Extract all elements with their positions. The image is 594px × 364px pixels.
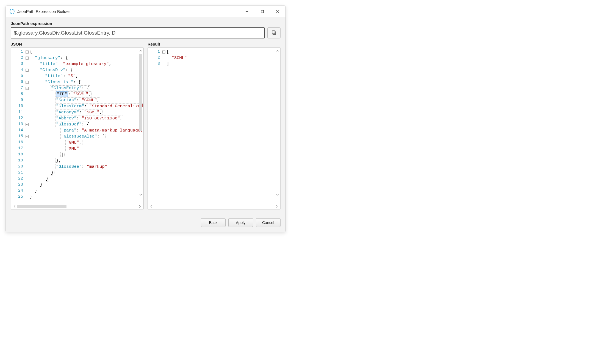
json-vscroll-thumb[interactable] [139, 54, 142, 131]
json-hscroll[interactable] [11, 204, 143, 209]
dialog-window: JsonPath Expression Builder JsonPath exp… [5, 5, 286, 232]
close-button[interactable] [270, 6, 285, 17]
back-button[interactable]: Back [201, 218, 226, 227]
result-editor[interactable]: 123 − [ "SGML"] [148, 47, 281, 209]
scroll-left-icon[interactable] [149, 205, 154, 209]
scroll-up-icon[interactable] [138, 48, 143, 53]
result-code[interactable]: [ "SGML"] [166, 48, 280, 204]
result-hscroll[interactable] [148, 204, 280, 209]
scroll-down-icon[interactable] [138, 192, 143, 197]
svg-point-0 [10, 9, 11, 10]
cancel-button[interactable]: Cancel [256, 218, 281, 227]
json-label: JSON [11, 42, 144, 46]
json-code[interactable]: { "glossary": { "title": "example glossa… [29, 48, 143, 204]
svg-rect-3 [261, 10, 264, 13]
scroll-right-icon[interactable] [274, 205, 279, 209]
scroll-right-icon[interactable] [137, 205, 142, 209]
minimize-button[interactable] [239, 6, 255, 17]
expression-label: JsonPath expression [11, 21, 281, 26]
expression-input[interactable] [11, 27, 265, 38]
copy-icon [271, 30, 276, 36]
result-panel: Result 123 − [ "SGML"] [148, 42, 281, 209]
json-hscroll-thumb[interactable] [17, 205, 66, 208]
scroll-down-icon[interactable] [275, 192, 280, 197]
result-gutter: 123 [148, 48, 162, 204]
footer-buttons: Back Apply Cancel [6, 214, 285, 232]
titlebar: JsonPath Expression Builder [6, 6, 285, 17]
scroll-left-icon[interactable] [12, 205, 17, 209]
maximize-button[interactable] [255, 6, 270, 17]
json-gutter: 1234567891011121314151617181920212223242… [11, 48, 25, 204]
apply-button[interactable]: Apply [228, 218, 253, 227]
copy-button[interactable] [267, 27, 281, 38]
json-editor[interactable]: 1234567891011121314151617181920212223242… [11, 47, 144, 209]
result-label: Result [148, 42, 281, 46]
content-area: JsonPath expression JSON 123456789101112… [6, 17, 285, 214]
json-panel: JSON 12345678910111213141516171819202122… [11, 42, 144, 209]
window-title: JsonPath Expression Builder [17, 9, 239, 14]
result-fold-column[interactable]: − [162, 48, 166, 204]
svg-rect-7 [272, 31, 275, 34]
json-fold-column[interactable]: −−−−−−− [25, 48, 29, 204]
svg-point-1 [13, 13, 14, 14]
scroll-up-icon[interactable] [275, 48, 280, 53]
app-icon [10, 9, 15, 14]
window-controls [239, 6, 285, 17]
